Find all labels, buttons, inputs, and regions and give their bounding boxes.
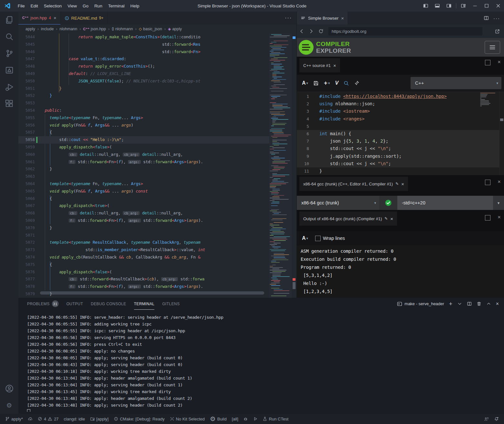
panel-tab-output[interactable]: OUTPUT xyxy=(66,298,83,310)
minimap[interactable] xyxy=(269,33,292,298)
code-editor[interactable]: 5044 return apply_make_tuple<ConstThis>(… xyxy=(18,33,296,298)
code-line-5049[interactable]: 5049 default: // LCOV_EXCL_LINE xyxy=(18,70,269,78)
output-pane-tab[interactable]: Output of x86-64 gcc (trunk) (Compiler #… xyxy=(299,212,397,226)
compiler-pane-tab[interactable]: x86-64 gcc (trunk) (C++, Editor #1, Comp… xyxy=(299,177,408,191)
code-line-5059[interactable]: 5059 apply_dispatch<false>( xyxy=(18,144,269,151)
code-line-5052[interactable]: 5052 } xyxy=(18,92,269,99)
menu-edit[interactable]: Edit xyxy=(28,4,41,8)
menu-go[interactable]: Go xyxy=(80,4,92,8)
status-cmake-launch[interactable] xyxy=(250,414,260,424)
save-button[interactable] xyxy=(313,80,319,86)
tab-json.hpp[interactable]: C⁺⁺json.hpp4× xyxy=(18,12,61,24)
menu-selection[interactable]: Selection xyxy=(41,4,65,8)
code-line-5046[interactable]: 5046 std::forward<Fn> xyxy=(18,48,269,56)
gb-code-line-9[interactable]: 9 j.apply(std::ranges::sort); xyxy=(297,153,504,160)
kill-terminal-button[interactable] xyxy=(477,301,481,306)
code-line-5044[interactable]: 5044 return apply_make_tuple<ConstThis>(… xyxy=(18,33,269,41)
new-terminal-button[interactable]: + xyxy=(449,301,452,307)
split-terminal-button[interactable] xyxy=(467,301,472,306)
menu-terminal[interactable]: Terminal xyxy=(105,4,127,8)
status-notifications[interactable] xyxy=(491,417,501,421)
terminal-picker-button[interactable] xyxy=(457,301,462,306)
maximize-panel-button[interactable] xyxy=(486,301,491,306)
gb-code-line-10[interactable]: 10 std::cout << j << "\n"; xyxy=(297,160,504,167)
code-line-5069[interactable]: 5069 f: std::forward<Fn>(f), args: std::… xyxy=(18,217,269,224)
close-icon[interactable]: × xyxy=(390,216,393,221)
gb-code-line-1[interactable]: 1#include <https://localhost:8443/apply/… xyxy=(297,93,504,100)
godbolt-source-editor[interactable]: 1#include <https://localhost:8443/apply/… xyxy=(297,91,504,175)
edit-title-icon[interactable]: ✎ xyxy=(395,182,399,186)
code-line-5068[interactable]: 5068 cb: detail::null_arg, cb_arg: detai… xyxy=(18,210,269,217)
font-size-button[interactable]: A▾ xyxy=(302,80,308,86)
close-window-button[interactable] xyxy=(492,0,504,12)
code-line-5060[interactable]: 5060 cb: detail::null_arg, cb_arg: detai… xyxy=(18,151,269,158)
activity-source-control[interactable] xyxy=(0,45,18,62)
code-line-5063[interactable]: 5063 xyxy=(18,173,269,180)
panel-tab-debug-console[interactable]: DEBUG CONSOLE xyxy=(91,298,126,310)
gb-code-line-5[interactable]: 5 xyxy=(297,123,504,130)
url-input[interactable]: https://godbolt.org xyxy=(328,27,482,35)
code-line-5051[interactable]: 5051 } xyxy=(18,85,269,92)
activity-search[interactable] xyxy=(0,28,18,45)
code-line-5073[interactable]: 5073 std::is_member_pointer<ResultCallba… xyxy=(18,246,269,254)
gb-code-line-11[interactable]: 11} xyxy=(297,167,504,175)
close-panel-button[interactable]: × xyxy=(496,301,499,306)
activity-cmake[interactable] xyxy=(0,62,18,79)
status-cmake-status[interactable]: CMake: [Debug]: Ready xyxy=(111,414,167,424)
gb-code-line-2[interactable]: 2using nlohmann::json; xyxy=(297,100,504,108)
status-run-ctest[interactable]: Run CTest xyxy=(260,414,291,424)
menu-file[interactable]: File xyxy=(15,4,28,8)
status-problems[interactable]: 427 xyxy=(35,414,61,424)
zoom-icon[interactable] xyxy=(344,80,349,86)
code-line-5057[interactable]: 5057 { xyxy=(18,129,269,136)
status-sync-changes[interactable] xyxy=(25,414,35,424)
code-line-5078[interactable]: 5078 f: std::forward<Fn>(f), args: std::… xyxy=(18,283,269,290)
font-size-button[interactable]: A▾ xyxy=(302,235,308,241)
code-line-5047[interactable]: 5047 case value_t::discarded: xyxy=(18,55,269,63)
breadcrumb-item-nlohmann[interactable]: {}nlohmann xyxy=(112,27,133,31)
maximize-pane-icon[interactable] xyxy=(485,180,490,185)
breadcrumb-item-include[interactable]: include xyxy=(41,27,54,31)
split-editor-button[interactable] xyxy=(484,15,489,21)
code-line-5048[interactable]: 5048 return apply_error<ConstThis>(); xyxy=(18,63,269,70)
menu-run[interactable]: Run xyxy=(92,4,105,8)
tab-readme.md[interactable]: README.md9+ xyxy=(61,12,108,24)
terminal-instance[interactable]: make - serve_header xyxy=(397,301,444,306)
language-select[interactable]: C++ ▾ xyxy=(411,77,501,89)
hamburger-menu-button[interactable] xyxy=(485,41,500,54)
edit-title-icon[interactable]: ✎ xyxy=(384,217,388,221)
breadcrumb-item-apply[interactable]: ◈apply xyxy=(168,27,182,31)
editor-hscrollbar[interactable] xyxy=(40,291,264,295)
activity-accounts[interactable] xyxy=(0,380,18,397)
breadcrumb-item-nlohmann[interactable]: nlohmann xyxy=(60,27,77,31)
panel-tab-gitlens[interactable]: GITLENS xyxy=(162,298,179,310)
code-line-5053[interactable]: 5053 xyxy=(18,99,269,107)
code-line-5058[interactable]: 5058 std::cout << "Hello :-)\n"; xyxy=(18,136,269,144)
status-cmake-kit[interactable]: No Kit Selected xyxy=(167,414,208,424)
scrollbar-slider[interactable] xyxy=(293,282,296,289)
status-cmake-build[interactable]: ⚙Build xyxy=(207,414,229,424)
panel-tab-problems[interactable]: PROBLEMS31 xyxy=(27,298,59,310)
back-button[interactable] xyxy=(297,29,306,34)
maximize-pane-icon[interactable] xyxy=(485,215,490,221)
code-line-5055[interactable]: 5055 template<typename Fn, typename... A… xyxy=(18,114,269,122)
layout-sidebar-right-button[interactable] xyxy=(443,0,455,12)
godbolt-scrollbar[interactable] xyxy=(499,91,504,175)
gb-code-line-8[interactable]: 8 std::cout << j << "\n"; xyxy=(297,145,504,152)
gb-code-line-4[interactable]: 4#include <ranges> xyxy=(297,115,504,123)
layout-panel-button[interactable] xyxy=(431,0,443,12)
vim-mode-button[interactable]: V xyxy=(335,80,339,86)
code-line-5054[interactable]: 5054 public: xyxy=(18,107,269,114)
code-line-5061[interactable]: 5061 f: std::forward<Fn>(f), args: std::… xyxy=(18,158,269,166)
code-line-5076[interactable]: 5076 apply_dispatch<false>( xyxy=(18,269,269,276)
open-external-button[interactable] xyxy=(495,29,500,34)
panel-tab-terminal[interactable]: TERMINAL xyxy=(134,298,155,310)
code-line-5050[interactable]: 5050 JSON_ASSERT(false); // NOLINT(cert-… xyxy=(18,78,269,85)
gb-code-line-6[interactable]: 6int main() { xyxy=(297,130,504,137)
compiler-select[interactable]: x86-64 gcc (trunk) ▾ xyxy=(297,196,379,210)
breadcrumb-item-apply[interactable]: apply xyxy=(25,27,35,31)
status-cmake-debug[interactable] xyxy=(241,414,250,424)
menu-view[interactable]: View xyxy=(65,4,80,8)
wrap-lines-checkbox[interactable] xyxy=(315,236,321,241)
code-line-5071[interactable]: 5071 xyxy=(18,232,269,239)
